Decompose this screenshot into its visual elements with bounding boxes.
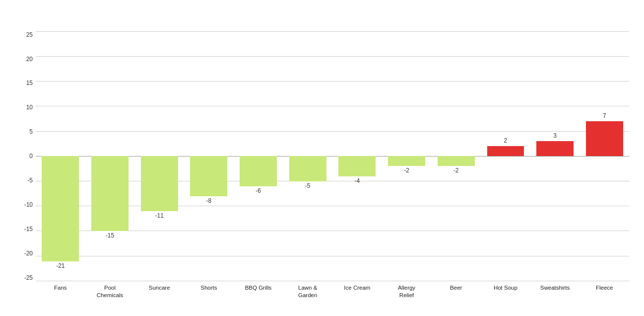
y-axis-label: -20 [15, 250, 36, 257]
bar [240, 156, 277, 186]
chart-title [15, 10, 629, 24]
y-axis-label: 0 [15, 153, 36, 159]
x-axis-label: Beer [431, 281, 481, 311]
bar-group: -6 [234, 31, 283, 281]
bar [91, 156, 129, 231]
x-axis-label: Hot Soup [481, 281, 530, 311]
bar-group: -21 [36, 31, 85, 281]
bar-group: -8 [184, 31, 234, 281]
bar [586, 121, 623, 156]
bar-value-label: 7 [603, 112, 606, 119]
bar-group: -4 [332, 31, 382, 281]
bar-group: 7 [580, 31, 629, 281]
y-axis-label: -25 [15, 274, 36, 281]
bar [289, 156, 326, 181]
y-axis-label: 10 [15, 104, 36, 111]
bars-wrapper: -21-15-11-8-6-5-4-2-2237 [36, 31, 629, 281]
bars-area: -21-15-11-8-6-5-4-2-2237 [36, 31, 629, 281]
bar-group: -5 [283, 31, 332, 281]
x-axis-label: Fleece [580, 281, 629, 311]
bar-value-label: 2 [504, 137, 508, 144]
y-axis-label: -5 [15, 177, 36, 184]
x-labels: FansPoolChemicalsSuncareShortsBBQ Grills… [36, 281, 629, 311]
x-axis-label: Shorts [184, 281, 234, 311]
bar-value-label: -2 [404, 167, 409, 174]
bar [141, 156, 178, 211]
y-axis-label: -10 [15, 201, 36, 208]
x-axis-label: Ice Cream [332, 281, 382, 311]
x-axis-label: Fans [36, 281, 85, 311]
x-axis-label: Suncare [134, 281, 184, 311]
bar-group: -11 [134, 31, 184, 281]
bar-group: -2 [431, 31, 481, 281]
y-axis-label: -15 [15, 226, 36, 233]
chart-area: 2520151050-5-10-15-20-25 -21-15-11-8-6-5… [15, 31, 629, 311]
chart-container: 2520151050-5-10-15-20-25 -21-15-11-8-6-5… [0, 0, 644, 316]
bar [388, 156, 425, 166]
plot-area: -21-15-11-8-6-5-4-2-2237 FansPoolChemica… [36, 31, 629, 311]
bar [487, 146, 524, 156]
y-axis: 2520151050-5-10-15-20-25 [15, 31, 36, 311]
bar [438, 156, 475, 166]
bar-value-label: -15 [106, 232, 114, 239]
bar-value-label: -5 [305, 182, 311, 189]
bar [536, 141, 574, 156]
y-axis-label: 25 [15, 31, 36, 38]
bar [190, 156, 227, 196]
x-axis-label: PoolChemicals [85, 281, 135, 311]
bar-value-label: -8 [206, 197, 212, 204]
bar-group: 2 [481, 31, 530, 281]
y-axis-label: 15 [15, 79, 36, 86]
x-axis-label: AllergyRelief [382, 281, 432, 311]
x-axis-label: BBQ Grills [234, 281, 283, 311]
bar-value-label: -2 [453, 167, 459, 174]
bar-group: -2 [382, 31, 432, 281]
bar-value-label: 3 [553, 132, 557, 139]
y-axis-label: 5 [15, 128, 36, 135]
bar [42, 156, 79, 261]
bar-group: -15 [85, 31, 135, 281]
bar-value-label: -11 [155, 212, 164, 219]
bar-value-label: -6 [256, 187, 261, 194]
x-axis-label: Lawn &Garden [283, 281, 332, 311]
y-axis-label: 20 [15, 56, 36, 63]
bar-value-label: -4 [355, 177, 360, 184]
bar [338, 156, 376, 176]
bar-value-label: -21 [56, 262, 64, 269]
x-axis-label: Sweatshirts [530, 281, 580, 311]
bar-group: 3 [530, 31, 580, 281]
